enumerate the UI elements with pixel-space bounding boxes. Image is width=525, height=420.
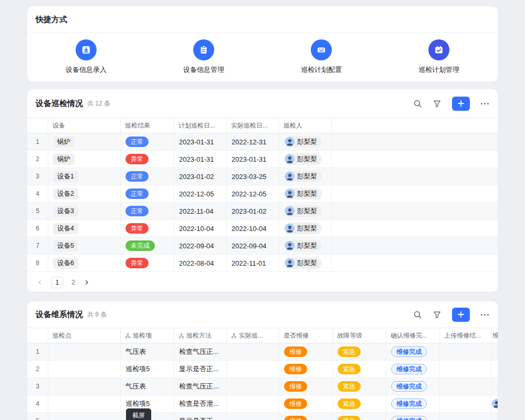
add-record-button[interactable] — [452, 97, 470, 111]
plan-date-cell[interactable]: 2023-01-31 — [174, 151, 227, 167]
shortcut-plan-manage[interactable]: 巡检计划管理 — [380, 39, 498, 75]
actual-cell[interactable] — [227, 343, 279, 360]
person-cell[interactable]: 彭梨梨 — [279, 237, 332, 254]
person-cell[interactable]: 彭梨梨 — [279, 255, 332, 271]
column-header-actual-date[interactable]: 实际巡检日... — [227, 118, 279, 133]
repair-cell[interactable]: 维修 — [279, 378, 333, 395]
item-cell[interactable]: 气压表 — [121, 343, 174, 360]
plan-date-cell[interactable]: 2023-01-02 — [174, 168, 227, 185]
table-row[interactable]: 2 巡检项5 显示是否正... 维修 紧急 维修完成 — [27, 361, 498, 378]
column-header-confirm[interactable]: 确认维修完... — [386, 328, 440, 343]
column-header-upload[interactable]: 上传维修结... — [440, 328, 491, 343]
column-header-point[interactable]: 巡检点 — [48, 328, 121, 343]
person-cell[interactable]: 彭梨梨 — [279, 168, 332, 185]
actual-date-cell[interactable]: 2022-12-31 — [227, 133, 279, 150]
column-header-plan-date[interactable]: 计划巡检日... — [174, 118, 227, 133]
actual-cell[interactable] — [227, 413, 279, 420]
plan-date-cell[interactable]: 2022-10-04 — [174, 220, 227, 237]
confirm-button[interactable]: 维修完成 — [391, 346, 427, 357]
table-row[interactable]: 4 设备2 正常 2022-12-05 2022-12-05 彭梨梨 — [27, 185, 498, 203]
page-button-2[interactable]: 2 — [71, 279, 75, 286]
column-header-repair[interactable]: 是否维修 — [279, 328, 333, 343]
device-cell[interactable]: 设备5 — [48, 237, 121, 254]
person-cell[interactable]: 彭梨梨 — [279, 203, 332, 219]
plan-date-cell[interactable]: 2022-11-04 — [174, 203, 227, 219]
table-row[interactable]: 7 设备5 未完成 2022-09-04 2022-09-04 彭梨梨 — [27, 237, 498, 255]
table-row[interactable]: 6 设备4 异常 2022-10-04 2022-10-04 彭梨梨 — [27, 220, 498, 237]
confirm-cell[interactable]: 维修完成 — [386, 395, 440, 412]
table-row[interactable]: 2 锅炉 异常 2023-01-31 2023-01-31 彭梨梨 — [27, 151, 498, 168]
result-cell[interactable]: 异常 — [121, 220, 174, 237]
confirm-cell[interactable]: 维修完成 — [386, 413, 440, 420]
point-cell[interactable] — [48, 378, 121, 395]
device-cell[interactable]: 设备4 — [48, 220, 121, 237]
plan-date-cell[interactable]: 2022-08-04 — [174, 255, 227, 271]
table-row[interactable]: 5 设备3 正常 2022-11-04 2023-01-02 彭梨梨 — [27, 203, 498, 220]
upload-cell[interactable] — [440, 413, 491, 420]
method-cell[interactable]: 检查气压正... — [174, 343, 227, 360]
column-header-device[interactable]: 设备 — [48, 118, 121, 133]
upload-cell[interactable] — [440, 395, 491, 412]
table-row[interactable]: 1 锅炉 正常 2023-01-31 2022-12-31 彭梨梨 — [27, 133, 498, 151]
method-cell[interactable]: 显示是否正... — [174, 361, 227, 377]
plan-date-cell[interactable]: 2023-01-31 — [174, 133, 227, 150]
actual-date-cell[interactable]: 2022-12-05 — [227, 185, 279, 202]
filter-icon[interactable] — [433, 99, 442, 108]
confirm-cell[interactable]: 维修完成 — [386, 361, 440, 377]
column-header-result[interactable]: 巡检结果 — [121, 118, 174, 133]
plan-date-cell[interactable]: 2022-09-04 — [174, 237, 227, 254]
result-cell[interactable]: 正常 — [121, 133, 174, 150]
device-cell[interactable]: 设备1 — [48, 168, 121, 185]
actual-cell[interactable] — [227, 378, 279, 395]
column-header-level[interactable]: 故障等级 — [333, 328, 386, 343]
item-cell[interactable]: 巡检项5 — [121, 361, 174, 377]
method-cell[interactable]: 检查是否泄... — [174, 395, 227, 412]
shortcut-plan-config[interactable]: 巡检计划配置 — [262, 39, 380, 75]
plan-date-cell[interactable]: 2022-12-05 — [174, 185, 227, 202]
actual-cell[interactable] — [227, 361, 279, 377]
upload-cell[interactable] — [440, 378, 491, 395]
confirm-cell[interactable]: 维修完成 — [386, 378, 440, 395]
search-icon[interactable] — [413, 99, 422, 108]
confirm-button[interactable]: 维修完成 — [391, 381, 427, 392]
prev-page-icon[interactable] — [37, 279, 43, 286]
table-row[interactable]: 1 气压表 检查气压正... 维修 紧急 维修完成 — [27, 343, 498, 361]
column-header-actual[interactable]: 实际巡... — [227, 328, 279, 343]
actual-date-cell[interactable]: 2022-11-01 — [227, 255, 279, 271]
point-cell[interactable] — [48, 395, 121, 412]
table-row[interactable]: 5 巡检项5 显示是否正... 维修 紧急 维修完成 — [27, 413, 498, 420]
column-header-index[interactable] — [27, 118, 48, 133]
next-page-icon[interactable] — [83, 279, 90, 286]
device-cell[interactable]: 设备3 — [48, 203, 121, 219]
result-cell[interactable]: 异常 — [121, 255, 174, 271]
column-header-method[interactable]: 巡检方法 — [174, 328, 227, 343]
level-cell[interactable]: 紧急 — [333, 361, 386, 377]
column-header-index[interactable] — [27, 328, 48, 343]
result-cell[interactable]: 正常 — [121, 168, 174, 185]
level-cell[interactable]: 紧急 — [333, 395, 386, 412]
person-cell[interactable]: 彭梨梨 — [279, 133, 332, 150]
actual-cell[interactable] — [227, 395, 279, 412]
column-header-item[interactable]: 巡检项 — [121, 328, 174, 343]
actual-date-cell[interactable]: 2022-10-04 — [227, 220, 279, 237]
add-record-button[interactable] — [452, 308, 470, 322]
shortcut-device-entry[interactable]: 设备信息录入 — [27, 39, 145, 75]
level-cell[interactable]: 紧急 — [333, 378, 386, 395]
actual-date-cell[interactable]: 2022-09-04 — [227, 237, 279, 254]
result-cell[interactable]: 正常 — [121, 185, 174, 202]
search-icon[interactable] — [413, 310, 422, 319]
table-row[interactable]: 3 气压表 检查气压正... 维修 紧急 维修完成 — [27, 378, 498, 395]
method-cell[interactable]: 检查气压正... — [174, 378, 227, 395]
repair-cell[interactable]: 维修 — [279, 361, 333, 377]
device-cell[interactable]: 锅炉 — [48, 151, 121, 167]
person-cell[interactable]: 彭梨梨 — [279, 220, 332, 237]
confirm-button[interactable]: 维修完成 — [391, 364, 427, 374]
upload-cell[interactable] — [440, 361, 491, 377]
more-button[interactable] — [480, 313, 489, 316]
result-cell[interactable]: 正常 — [121, 203, 174, 219]
point-cell[interactable] — [48, 361, 121, 377]
confirm-button[interactable]: 维修完成 — [391, 416, 427, 420]
table-row[interactable]: 4 巡检项5 检查是否泄... 维修 紧急 维修完成 — [27, 395, 498, 413]
level-cell[interactable]: 紧急 — [333, 343, 386, 360]
device-cell[interactable]: 设备2 — [48, 185, 121, 202]
